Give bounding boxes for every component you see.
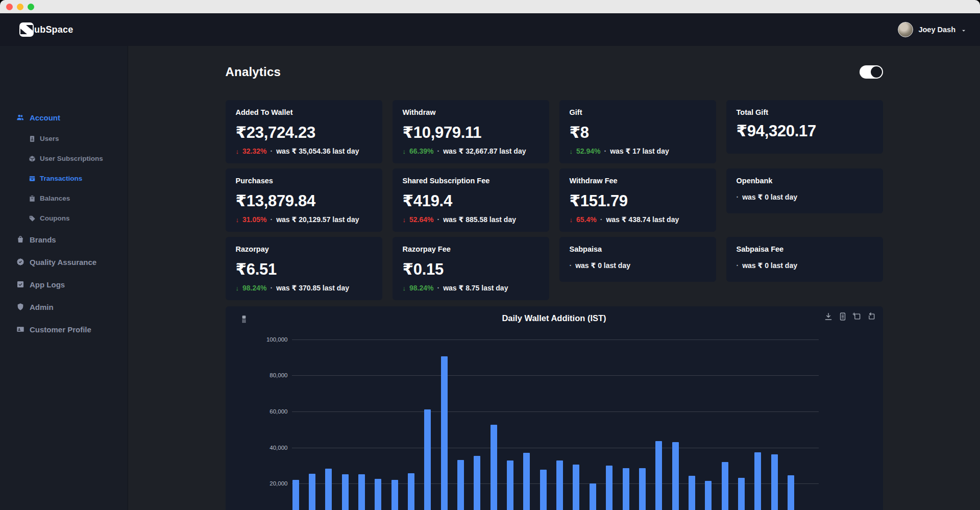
stat-card-title: Gift <box>570 108 706 116</box>
theme-toggle[interactable] <box>860 65 883 79</box>
chart-card: Daily Wallet Addition (IST) 100,00080,00… <box>226 306 883 510</box>
sidebar-item-users[interactable]: Users <box>0 129 128 149</box>
y-axis-tick-label: 80,000 <box>242 372 288 378</box>
stat-card-title: Added To Wallet <box>236 108 372 116</box>
chart-bar[interactable] <box>672 442 679 510</box>
chart-bar[interactable] <box>325 469 332 510</box>
chart-bar[interactable] <box>375 479 381 510</box>
chart-bar[interactable] <box>441 356 448 510</box>
chart-bar[interactable] <box>738 478 745 510</box>
close-window-button[interactable] <box>6 4 13 10</box>
chart-bar[interactable] <box>623 468 629 510</box>
sidebar-item-app-logs[interactable]: App Logs <box>0 273 128 296</box>
stat-card-title: Razorpay Fee <box>403 245 539 253</box>
chart-bar[interactable] <box>424 409 431 510</box>
chart-bar[interactable] <box>391 480 398 510</box>
chart-bar[interactable] <box>788 475 794 510</box>
gridline <box>292 375 819 376</box>
sidebar-item-account[interactable]: Account <box>0 106 128 129</box>
chart-bar[interactable] <box>523 453 530 510</box>
stat-card-delta-percent: 66.39% <box>409 147 433 155</box>
dot-separator: · <box>270 215 273 224</box>
stat-card-delta-percent: 52.94% <box>576 147 600 155</box>
chart-bar[interactable] <box>358 474 365 510</box>
chart-bar[interactable] <box>771 454 778 510</box>
chart-bar[interactable] <box>540 470 547 510</box>
stat-cards-grid: Added To Wallet₹23,724.23↓32.32%·was ₹ 3… <box>226 100 883 300</box>
sidebar-item-label: Quality Assurance <box>30 258 96 266</box>
stat-card-delta-percent: 65.4% <box>576 215 597 224</box>
stat-card-purchases: Purchases₹13,879.84↓31.05%·was ₹ 20,129.… <box>226 168 382 232</box>
chart-bar[interactable] <box>639 468 646 510</box>
arrow-down-icon: ↓ <box>236 216 239 224</box>
stat-card-note: was ₹ 370.85 last day <box>276 284 349 292</box>
brand[interactable]: ubSpace <box>19 22 73 37</box>
stat-card-delta-row: ↓65.4%·was ₹ 438.74 last day <box>570 215 706 224</box>
sidebar-item-label: Balances <box>40 195 70 202</box>
chart-bar[interactable] <box>309 474 315 510</box>
stat-card-delta-percent: 32.32% <box>242 147 266 155</box>
sidebar-item-label: Users <box>40 135 59 142</box>
chart-bar[interactable] <box>556 460 563 510</box>
sidebar-item-label: Account <box>30 113 60 122</box>
stat-card-note: was ₹ 32,667.87 last day <box>443 147 526 155</box>
chart-bar[interactable] <box>474 456 480 510</box>
chart-bar[interactable] <box>655 441 662 510</box>
stat-card-value: ₹94,320.17 <box>737 122 873 140</box>
arrow-down-icon: ↓ <box>403 216 406 224</box>
gridline <box>292 448 819 448</box>
chart-bar[interactable] <box>342 474 349 510</box>
stat-card-razorpay-fee: Razorpay Fee₹0.15↓98.24%·was ₹ 8.75 last… <box>393 237 549 300</box>
chart-bar[interactable] <box>292 480 299 510</box>
stat-card-value: ₹13,879.84 <box>236 191 372 210</box>
chart-bar[interactable] <box>491 425 497 510</box>
chart-bar[interactable] <box>705 481 712 510</box>
sidebar-item-label: Customer Profile <box>30 325 91 334</box>
minimize-window-button[interactable] <box>17 4 23 10</box>
chart-bar[interactable] <box>606 466 612 510</box>
sidebar-item-brands[interactable]: Brands <box>0 228 128 251</box>
sidebar-item-label: App Logs <box>30 280 65 289</box>
maximize-window-button[interactable] <box>28 4 34 10</box>
chart-bar[interactable] <box>590 483 596 510</box>
sidebar-item-transactions[interactable]: Transactions <box>0 168 128 188</box>
checkbox-icon <box>16 280 24 288</box>
user-avatar <box>898 22 913 37</box>
sidebar: AccountUsersUser SubscriptionsTransactio… <box>0 46 128 510</box>
sidebar-item-balances[interactable]: Balances <box>0 188 128 208</box>
stat-card-gift: Gift₹8↓52.94%·was ₹ 17 last day <box>559 100 716 163</box>
arrow-down-icon: ↓ <box>236 284 239 292</box>
arrow-down-icon: ↓ <box>236 148 239 155</box>
sidebar-item-coupons[interactable]: Coupons <box>0 208 128 228</box>
chart-bar[interactable] <box>573 465 579 510</box>
macos-titlebar <box>0 0 980 13</box>
stat-card-withdraw: Withdraw₹10,979.11↓66.39%·was ₹ 32,667.8… <box>393 100 549 163</box>
y-axis-tick-label: 20,000 <box>242 480 288 487</box>
user-menu[interactable]: Joey Dash <box>898 22 967 37</box>
chart-bar[interactable] <box>722 462 728 510</box>
dot-separator: · <box>737 261 739 270</box>
stat-card-title: Sabpaisa <box>570 245 706 253</box>
stat-card-delta-row: ↓32.32%·was ₹ 35,054.36 last day <box>236 147 372 155</box>
toggle-knob <box>871 66 882 78</box>
chart-bar[interactable] <box>457 460 464 510</box>
dot-separator: · <box>604 147 606 155</box>
sidebar-item-admin[interactable]: Admin <box>0 296 128 318</box>
sidebar-item-customer-profile[interactable]: Customer Profile <box>0 318 128 341</box>
chart-bar[interactable] <box>507 460 513 510</box>
stat-card-delta-percent: 98.24% <box>242 284 266 292</box>
chart-bar[interactable] <box>408 473 414 510</box>
chart-bar[interactable] <box>689 476 695 510</box>
user-name: Joey Dash <box>918 26 955 34</box>
gridline <box>292 339 819 340</box>
cube-icon <box>29 155 36 162</box>
chart-bar[interactable] <box>754 452 761 510</box>
sidebar-item-quality-assurance[interactable]: Quality Assurance <box>0 251 128 273</box>
stat-card-note: was ₹ 0 last day <box>742 261 797 270</box>
stat-card-value: ₹151.79 <box>570 191 706 210</box>
sidebar-item-user-subscriptions[interactable]: User Subscriptions <box>0 149 128 168</box>
stat-card-openbank: Openbank·was ₹ 0 last day <box>726 168 883 213</box>
users-group-icon <box>16 113 24 122</box>
dot-separator: · <box>570 261 572 270</box>
dot-separator: · <box>270 147 273 155</box>
